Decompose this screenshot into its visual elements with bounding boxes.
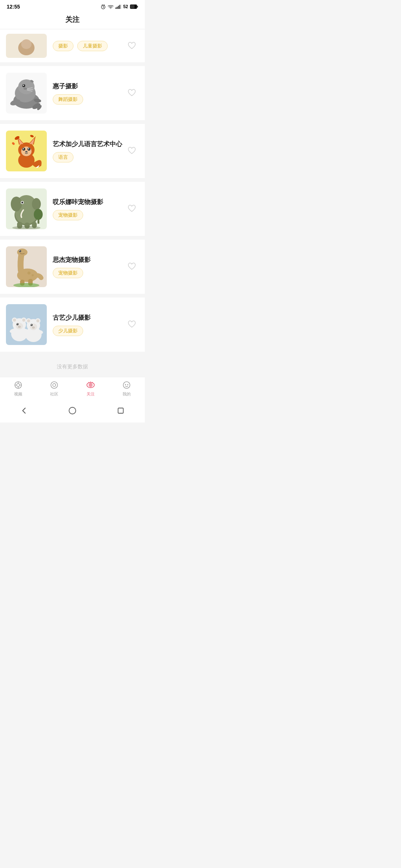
- svg-rect-7: [117, 7, 118, 9]
- partial-tags: 摄影 儿童摄影: [53, 41, 108, 51]
- tag-photography: 摄影: [53, 41, 74, 51]
- card-huizi: 惠子摄影 舞蹈摄影: [0, 66, 145, 120]
- svg-rect-109: [118, 408, 123, 413]
- battery-icon: [130, 4, 138, 9]
- heart-icon-kaluo: [127, 204, 137, 213]
- alarm-icon: [101, 4, 106, 9]
- svg-point-92: [17, 384, 20, 387]
- signal-icon: [115, 4, 121, 9]
- elephant-icon: [6, 188, 47, 229]
- nav-item-follow[interactable]: 关注: [79, 380, 102, 397]
- page-title: 关注: [65, 16, 79, 23]
- svg-rect-8: [118, 6, 119, 9]
- seal-icon: [6, 73, 47, 114]
- svg-rect-9: [119, 5, 120, 9]
- svg-point-60: [19, 250, 21, 252]
- nav-item-video[interactable]: 视频: [7, 380, 29, 397]
- battery-display: 52: [123, 4, 128, 9]
- follow-nav-label: 关注: [87, 391, 95, 397]
- svg-point-44: [12, 142, 15, 145]
- fox-icon: [6, 131, 47, 171]
- heart-icon: [127, 40, 137, 50]
- svg-point-80: [27, 319, 30, 322]
- svg-line-3: [102, 5, 102, 6]
- huizi-image: [6, 73, 47, 114]
- svg-point-70: [13, 319, 16, 322]
- bottom-nav: 视频 社区 关注: [0, 377, 145, 401]
- svg-point-61: [19, 250, 20, 251]
- no-more-data: 没有更多数据: [0, 355, 145, 377]
- recents-icon: [117, 407, 125, 415]
- heart-icon-yishu: [127, 146, 137, 155]
- svg-point-15: [21, 39, 32, 49]
- card-guyi: 古艺少儿摄影 少儿摄影: [0, 297, 145, 352]
- partial-animal-icon: [12, 34, 41, 58]
- svg-line-4: [104, 5, 105, 6]
- svg-point-40: [28, 148, 29, 149]
- sijie-image: [6, 246, 47, 287]
- guyi-image: [6, 304, 47, 345]
- mine-nav-icon: [122, 380, 131, 390]
- yishu-heart-button[interactable]: [125, 144, 139, 159]
- svg-point-66: [32, 274, 34, 276]
- tag-child-photography: 儿童摄影: [77, 41, 108, 51]
- svg-point-98: [53, 384, 56, 387]
- svg-point-107: [127, 384, 128, 385]
- svg-point-57: [34, 209, 43, 220]
- tag-pet-photography-1: 宠物摄影: [53, 210, 83, 220]
- tag-pet-photography-2: 宠物摄影: [53, 268, 83, 278]
- tag-language: 语言: [53, 152, 74, 162]
- status-time: 12:55: [7, 4, 20, 10]
- bears-icon: [6, 304, 47, 345]
- svg-point-82: [36, 319, 39, 322]
- svg-rect-6: [115, 7, 117, 9]
- follow-nav-icon: [86, 380, 95, 390]
- svg-point-43: [30, 134, 34, 138]
- partial-card-image: [6, 34, 47, 58]
- video-nav-icon: [13, 380, 23, 390]
- svg-point-76: [18, 326, 21, 328]
- kaluo-heart-button[interactable]: [125, 201, 139, 217]
- heart-icon-guyi: [127, 319, 137, 329]
- back-button[interactable]: [19, 405, 30, 417]
- video-nav-label: 视频: [14, 391, 22, 397]
- content-area: 摄影 儿童摄影: [0, 29, 145, 377]
- svg-point-86: [32, 326, 35, 329]
- sijie-heart-button[interactable]: [125, 259, 139, 274]
- nav-item-mine[interactable]: 我的: [115, 380, 138, 397]
- card-yishu: 艺术加少儿语言艺术中心 语言: [0, 124, 145, 178]
- svg-point-106: [125, 384, 126, 385]
- partial-heart-button[interactable]: [125, 38, 139, 53]
- svg-rect-10: [121, 4, 121, 9]
- back-icon: [20, 407, 28, 415]
- yishu-image: [6, 131, 47, 171]
- mine-nav-label: 我的: [123, 391, 131, 397]
- home-button[interactable]: [67, 405, 78, 417]
- huizi-heart-button[interactable]: [125, 86, 139, 101]
- system-nav-bar: [0, 401, 145, 423]
- svg-point-64: [13, 283, 39, 287]
- svg-point-39: [23, 148, 24, 149]
- svg-point-74: [16, 323, 19, 325]
- nav-item-community[interactable]: 社区: [43, 380, 65, 397]
- card-kaluo: 哎乐娜咔宠物摄影 宠物摄影: [0, 182, 145, 236]
- dino-icon: [6, 246, 47, 287]
- guyi-heart-button[interactable]: [125, 317, 139, 332]
- wifi-icon: [108, 4, 114, 9]
- svg-point-105: [123, 382, 130, 388]
- heart-icon-sijie: [127, 262, 137, 271]
- svg-point-97: [51, 382, 58, 388]
- svg-point-49: [32, 198, 41, 210]
- tag-child-photo: 少儿摄影: [53, 326, 83, 336]
- recents-button[interactable]: [115, 405, 126, 417]
- home-icon: [68, 407, 76, 415]
- svg-point-5: [110, 8, 111, 9]
- svg-point-21: [23, 88, 27, 90]
- community-nav-icon: [49, 380, 59, 390]
- svg-point-41: [25, 151, 27, 152]
- status-icons: 52: [101, 4, 138, 9]
- tag-dance-photography: 舞蹈摄影: [53, 94, 83, 105]
- svg-point-59: [17, 249, 27, 256]
- svg-point-108: [69, 407, 76, 414]
- svg-line-104: [88, 382, 89, 383]
